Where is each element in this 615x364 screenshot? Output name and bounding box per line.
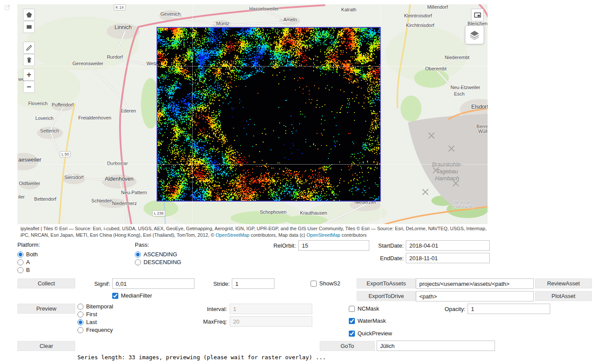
clear-button[interactable]: Clear — [17, 341, 75, 351]
radio-first[interactable] — [77, 311, 84, 318]
osm-link[interactable]: OpenStreetMap — [307, 232, 341, 238]
radio-last[interactable] — [77, 319, 84, 325]
map-label: Aldenhoven — [105, 176, 134, 182]
assets-path-input[interactable] — [416, 278, 534, 289]
pass-option-ascending[interactable]: ASCENDING — [135, 251, 177, 258]
shows2-box[interactable] — [311, 281, 317, 287]
option-label: B — [26, 267, 30, 273]
draw-rectangle-button[interactable] — [23, 21, 35, 33]
radio-frequency[interactable] — [77, 327, 84, 333]
map-label: Setterich — [40, 128, 59, 133]
fullscreen-icon — [473, 11, 482, 20]
option-label: Frequency — [86, 327, 113, 333]
ncmask-checkbox[interactable]: NCMask — [349, 305, 379, 312]
delete-layers-button[interactable] — [23, 54, 35, 66]
trash-icon — [25, 56, 33, 64]
plot-asset-button[interactable]: PlotAsset — [535, 291, 592, 301]
shows2-checkbox[interactable]: ShowS2 — [311, 280, 340, 287]
watermask-box[interactable] — [349, 318, 355, 324]
option-label: WaterMask — [358, 318, 386, 324]
watermask-checkbox[interactable]: WaterMask — [349, 318, 386, 324]
enddate-input[interactable] — [406, 253, 490, 263]
attribution-text: contributors, Map data (c) — [249, 232, 306, 238]
radio-descending[interactable] — [135, 259, 141, 265]
maxfreq-input — [230, 316, 312, 327]
output-line: Series length: 33 images, previewing (pl… — [77, 354, 326, 361]
quickpreview-checkbox[interactable]: QuickPreview — [349, 330, 392, 337]
edit-pencil-icon — [25, 44, 33, 52]
map-label: Kalrath — [341, 7, 357, 12]
pass-option-descending[interactable]: DESCENDING — [135, 259, 181, 265]
road-badge: L 238 — [152, 210, 165, 216]
map-label: Elsdorf — [471, 104, 488, 110]
goto-input[interactable] — [377, 341, 495, 351]
medianfilter-checkbox[interactable]: MedianFilter — [112, 292, 152, 299]
option-label: First — [86, 311, 97, 318]
map-label: Puffendorf — [52, 102, 74, 107]
map-label: iler — [18, 194, 25, 199]
export-to-assets-button[interactable]: ExportToAssets — [357, 278, 416, 288]
zoom-in-button[interactable]: + — [23, 69, 35, 81]
radio-both[interactable] — [17, 251, 23, 258]
zoom-out-button[interactable]: − — [23, 81, 35, 93]
map-label: Kleintroisdorf — [404, 13, 432, 18]
mode-option-first[interactable]: First — [77, 311, 97, 318]
quickpreview-box[interactable] — [349, 331, 355, 337]
polygon-icon — [25, 11, 33, 19]
drive-path-input[interactable] — [416, 291, 534, 301]
layers-icon — [469, 29, 480, 40]
map-label: Durboslar — [107, 161, 128, 166]
graticule-line — [381, 4, 381, 224]
relorbit-input[interactable] — [298, 240, 369, 251]
startdate-input[interactable] — [406, 240, 490, 251]
map-label: Welz — [147, 61, 157, 66]
ncmask-box[interactable] — [349, 306, 355, 312]
popout-icon — [4, 4, 10, 10]
map-label: Ederen — [120, 108, 136, 113]
radio-b[interactable] — [17, 267, 23, 273]
review-asset-button[interactable]: ReviewAsset — [535, 278, 592, 288]
mode-option-last[interactable]: Last — [77, 319, 97, 325]
map-label: Neu-Pattern — [121, 190, 147, 195]
signif-label: Signif: — [80, 281, 110, 287]
platform-option-a[interactable]: A — [17, 259, 30, 265]
opacity-label: Opacity: — [436, 306, 465, 312]
map-label: Loverich — [35, 116, 53, 121]
draw-polygon-button[interactable] — [23, 9, 35, 21]
mode-option-bitemporal[interactable]: Bitemporal — [77, 303, 113, 310]
fullscreen-button[interactable] — [471, 9, 484, 21]
collect-button[interactable]: Collect — [17, 278, 75, 288]
mode-option-frequency[interactable]: Frequency — [77, 327, 113, 333]
radio-bitemporal[interactable] — [77, 304, 84, 310]
road-badge: K 14 — [114, 4, 126, 10]
platform-option-b[interactable]: B — [17, 267, 30, 273]
map-label: Schleiden — [91, 198, 112, 203]
mine-label: Hambach — [435, 175, 459, 182]
layers-control-button[interactable] — [465, 25, 484, 44]
radio-ascending[interactable] — [135, 251, 141, 258]
map-canvas[interactable]: Millendorf Hasselsweiler Kalrath Kleintr… — [17, 4, 488, 224]
medianfilter-box[interactable] — [112, 293, 118, 299]
graticule-line — [192, 4, 193, 224]
opacity-input[interactable] — [468, 304, 550, 314]
map-label: Ameln — [283, 17, 297, 22]
stride-label: Stride: — [201, 281, 230, 287]
preview-button[interactable]: Preview — [17, 304, 75, 314]
map-label: (Hambacher — [453, 205, 475, 209]
enddate-label: EndDate: — [369, 255, 404, 261]
relorbit-label: RelOrbit: — [264, 242, 296, 249]
edit-layers-button[interactable] — [23, 42, 35, 54]
export-to-drive-button[interactable]: ExportToDrive — [357, 291, 416, 301]
platform-option-both[interactable]: Both — [17, 251, 38, 258]
option-label: Bitemporal — [86, 303, 113, 310]
map-label: Niederembt — [445, 55, 470, 60]
osm-link[interactable]: OpenStreetMap — [216, 232, 250, 238]
map-label: Hasselsweiler — [249, 6, 279, 11]
map-label: Kirchtroisdorf — [406, 23, 435, 28]
goto-button[interactable]: GoTo — [320, 341, 375, 351]
stride-input[interactable] — [232, 278, 274, 289]
signif-input[interactable] — [112, 278, 194, 289]
map-label: Siersdorf — [64, 175, 84, 180]
pass-label: Pass: — [135, 242, 149, 248]
radio-a[interactable] — [17, 259, 23, 265]
